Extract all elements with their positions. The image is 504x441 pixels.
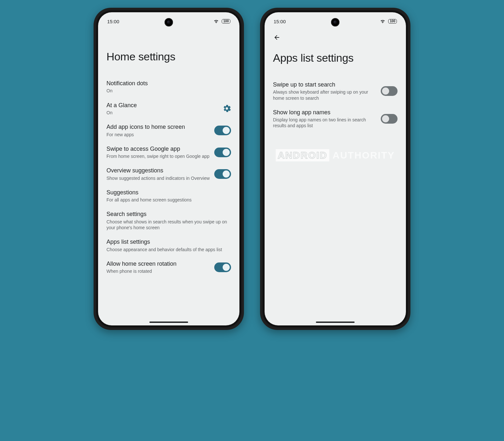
row-sub: On [106,88,231,94]
status-time: 15:00 [107,19,119,24]
row-sub: Choose what shows in search results when… [106,219,231,231]
battery-icon: 100 [388,19,397,24]
toggle-show-long-names[interactable] [381,114,398,124]
row-search-settings[interactable]: Search settings Choose what shows in sea… [106,207,231,234]
gesture-bar[interactable] [316,322,355,323]
row-sub: When phone is rotated [106,268,210,274]
status-right: 100 [213,18,230,24]
row-sub: Choose appearance and behavior defaults … [106,247,231,252]
row-suggestions[interactable]: Suggestions For all apps and home screen… [106,185,231,207]
row-sub: Show suggested actions and indicators in… [106,175,210,181]
row-apps-list-settings[interactable]: Apps list settings Choose appearance and… [106,234,231,256]
screen-left: 15:00 100 Home settings Notification dot… [98,12,239,325]
row-sub: From home screen, swipe right to open Go… [106,153,210,159]
phone-frame-left: 15:00 100 Home settings Notification dot… [94,8,244,330]
toggle-swipe-up-search[interactable] [381,86,398,96]
row-title: Add app icons to home screen [106,123,210,131]
toggle-knob [382,115,389,122]
row-sub: Display long app names on two lines in s… [273,117,376,128]
content-right[interactable]: Apps list settings Swipe up to start sea… [265,45,406,325]
page-title: Apps list settings [273,52,398,64]
row-title: Allow home screen rotation [106,260,210,268]
camera-cutout [331,18,339,26]
toggle-knob [223,170,230,178]
gear-icon[interactable] [223,104,231,113]
screen-right: 15:00 100 Apps list settings Swipe up to… [265,12,406,325]
status-time: 15:00 [274,19,286,24]
row-title: Notification dots [106,80,231,87]
gesture-bar[interactable] [149,322,188,323]
row-at-a-glance[interactable]: At a Glance On [106,98,231,120]
toggle-overview-suggestions[interactable] [214,169,231,179]
row-title: Apps list settings [106,238,231,246]
row-allow-rotation[interactable]: Allow home screen rotation When phone is… [106,256,231,278]
content-left[interactable]: Home settings Notification dots On At a … [98,30,239,325]
toggle-knob [223,149,230,156]
row-swipe-up-search[interactable]: Swipe up to start search Always show key… [273,77,398,105]
row-notification-dots[interactable]: Notification dots On [106,76,231,98]
camera-cutout [165,18,173,26]
battery-icon: 100 [222,19,230,24]
row-sub: Always show keyboard after swiping up on… [273,89,376,101]
row-sub: For new apps [106,132,210,138]
row-title: At a Glance [106,102,218,109]
back-button[interactable] [271,32,283,43]
toggle-allow-rotation[interactable] [214,262,231,272]
wifi-icon [380,18,386,24]
row-sub: On [106,110,218,116]
page-title: Home settings [106,50,231,63]
topbar [265,30,406,45]
row-swipe-google[interactable]: Swipe to access Google app From home scr… [106,141,231,163]
toggle-add-app-icons[interactable] [214,126,231,135]
phone-bezel: 15:00 100 Apps list settings Swipe up to… [263,10,408,327]
row-sub: For all apps and home screen suggestions [106,197,231,203]
row-title: Suggestions [106,189,231,196]
toggle-knob [223,127,230,134]
row-add-app-icons[interactable]: Add app icons to home screen For new app… [106,119,231,141]
row-title: Swipe up to start search [273,81,376,88]
row-title: Overview suggestions [106,167,210,174]
row-title: Swipe to access Google app [106,145,210,153]
phone-bezel: 15:00 100 Home settings Notification dot… [96,10,241,327]
toggle-swipe-google[interactable] [214,148,231,157]
phone-frame-right: 15:00 100 Apps list settings Swipe up to… [260,8,410,330]
row-show-long-names[interactable]: Show long app names Display long app nam… [273,105,398,133]
row-overview-suggestions[interactable]: Overview suggestions Show suggested acti… [106,163,231,185]
status-right: 100 [380,18,397,24]
arrow-back-icon [273,34,280,41]
toggle-knob [382,87,389,95]
row-title: Search settings [106,210,231,218]
row-title: Show long app names [273,109,376,116]
toggle-knob [223,264,230,271]
wifi-icon [213,18,219,24]
